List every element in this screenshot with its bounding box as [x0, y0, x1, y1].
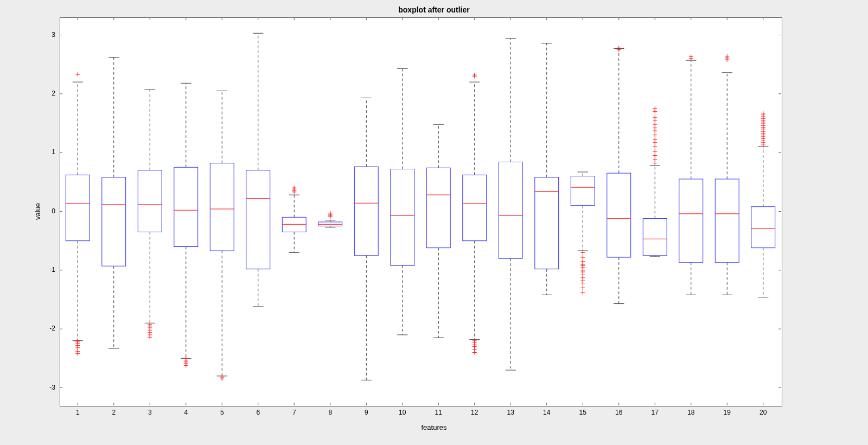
svg-rect-90 [210, 163, 234, 251]
x-tick-label: 4 [178, 409, 194, 416]
figure-window: boxplot after outlier -3-2-10123 1234567… [0, 0, 868, 445]
svg-rect-198 [535, 177, 559, 269]
x-tick-label: 17 [647, 409, 663, 416]
x-tick-label: 8 [322, 409, 339, 416]
x-tick-label: 13 [502, 409, 519, 416]
boxplot-svg [0, 0, 868, 445]
svg-rect-42 [102, 177, 126, 266]
x-tick-label: 12 [467, 409, 483, 416]
svg-rect-242 [607, 173, 631, 257]
svg-rect-72 [174, 167, 198, 246]
y-tick-label: 3 [39, 31, 55, 39]
x-tick-label: 14 [539, 409, 555, 416]
y-tick-label: 1 [39, 148, 55, 156]
x-tick-label: 16 [611, 409, 627, 416]
x-tick-label: 10 [394, 409, 411, 416]
svg-rect-150 [391, 169, 414, 266]
y-tick-label: -3 [39, 384, 55, 391]
x-tick-label: 3 [142, 409, 158, 416]
svg-rect-254 [643, 219, 667, 256]
x-tick-label: 20 [755, 409, 771, 416]
svg-rect-166 [463, 175, 487, 240]
x-tick-label: 19 [719, 409, 735, 416]
x-axis-label: features [0, 423, 868, 431]
y-tick-label: -2 [39, 325, 55, 332]
svg-rect-158 [426, 168, 450, 247]
svg-rect-142 [354, 167, 378, 256]
x-tick-label: 9 [358, 409, 374, 416]
x-tick-label: 7 [286, 409, 302, 416]
x-tick-label: 15 [575, 409, 591, 416]
x-tick-label: 2 [106, 409, 122, 416]
y-tick-label: 2 [39, 90, 55, 97]
x-tick-label: 18 [683, 409, 699, 416]
x-tick-label: 6 [250, 409, 266, 416]
y-axis-label: value [34, 203, 42, 220]
svg-rect-206 [571, 176, 595, 206]
svg-rect-292 [679, 179, 703, 263]
svg-rect-318 [751, 207, 775, 248]
x-tick-label: 11 [430, 409, 446, 416]
x-tick-label: 5 [214, 409, 230, 416]
svg-rect-102 [246, 170, 270, 269]
y-tick-label: -1 [39, 266, 55, 274]
x-tick-label: 1 [69, 409, 86, 416]
svg-rect-190 [499, 162, 522, 259]
svg-rect-304 [715, 179, 739, 263]
svg-rect-18 [66, 175, 90, 240]
svg-rect-50 [138, 170, 162, 232]
